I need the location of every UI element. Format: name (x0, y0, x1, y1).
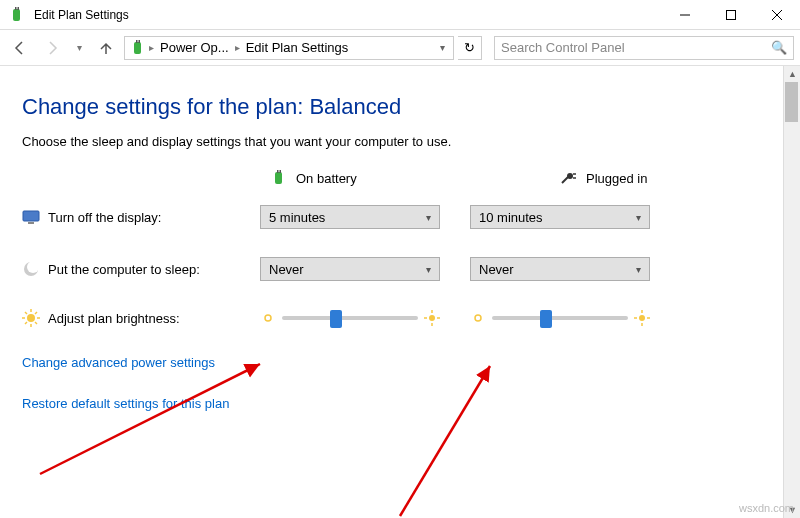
breadcrumb-item[interactable]: Edit Plan Settings (242, 40, 353, 55)
svg-line-25 (25, 312, 27, 314)
sun-dim-icon (470, 310, 486, 326)
annotation-arrow (30, 354, 280, 484)
battery-icon (270, 169, 288, 187)
restore-defaults-link[interactable]: Restore default settings for this plan (22, 396, 778, 411)
svg-point-20 (27, 314, 35, 322)
svg-line-28 (25, 322, 27, 324)
svg-line-42 (400, 366, 490, 516)
up-button[interactable] (92, 34, 120, 62)
annotation-arrow (380, 356, 520, 518)
monitor-icon (22, 208, 40, 226)
row-label-brightness: Adjust plan brightness: (48, 311, 180, 326)
svg-point-29 (265, 315, 271, 321)
page-title: Change settings for the plan: Balanced (22, 94, 778, 120)
sleep-battery-select[interactable]: Never▾ (260, 257, 440, 281)
scrollbar[interactable]: ▲ ▼ (783, 66, 800, 518)
moon-icon (22, 260, 40, 278)
sun-bright-icon (634, 310, 650, 326)
window-title: Edit Plan Settings (34, 8, 662, 22)
search-placeholder: Search Control Panel (501, 40, 625, 55)
address-bar[interactable]: ▸ Power Op... ▸ Edit Plan Settings ▾ (124, 36, 454, 60)
row-label-sleep: Put the computer to sleep: (48, 262, 200, 277)
advanced-settings-link[interactable]: Change advanced power settings (22, 355, 778, 370)
page-subtext: Choose the sleep and display settings th… (22, 134, 778, 149)
display-battery-select[interactable]: 5 minutes▾ (260, 205, 440, 229)
svg-rect-10 (275, 172, 282, 184)
column-header-plugged: Plugged in (586, 171, 647, 186)
address-dropdown[interactable]: ▾ (436, 42, 449, 53)
back-button[interactable] (6, 34, 34, 62)
svg-line-41 (40, 364, 260, 474)
scroll-thumb[interactable] (785, 82, 798, 122)
display-plugged-select[interactable]: 10 minutes▾ (470, 205, 650, 229)
svg-rect-16 (23, 211, 39, 221)
sun-dim-icon (260, 310, 276, 326)
search-input[interactable]: Search Control Panel 🔍 (494, 36, 794, 60)
app-icon (8, 6, 26, 24)
column-header-battery: On battery (296, 171, 357, 186)
watermark: wsxdn.com (739, 502, 794, 514)
brightness-plugged-slider[interactable] (492, 316, 628, 320)
svg-line-27 (35, 312, 37, 314)
svg-rect-8 (136, 40, 138, 43)
close-button[interactable] (754, 0, 800, 30)
svg-rect-9 (139, 40, 141, 43)
breadcrumb-item[interactable]: Power Op... (156, 40, 233, 55)
brightness-battery-slider[interactable] (282, 316, 418, 320)
maximize-button[interactable] (708, 0, 754, 30)
refresh-button[interactable]: ↻ (458, 36, 482, 60)
forward-button[interactable] (38, 34, 66, 62)
scroll-up-button[interactable]: ▲ (784, 66, 800, 82)
power-icon (129, 39, 147, 57)
svg-rect-13 (567, 173, 573, 179)
search-icon: 🔍 (771, 40, 787, 55)
history-dropdown[interactable]: ▾ (70, 42, 88, 53)
svg-rect-12 (280, 170, 282, 173)
svg-point-35 (475, 315, 481, 321)
svg-point-36 (639, 315, 645, 321)
svg-rect-17 (28, 222, 34, 224)
brightness-icon (22, 309, 40, 327)
svg-rect-1 (15, 7, 17, 10)
svg-line-26 (35, 322, 37, 324)
minimize-button[interactable] (662, 0, 708, 30)
svg-rect-0 (13, 9, 20, 21)
svg-point-19 (27, 261, 39, 273)
svg-rect-11 (277, 170, 279, 173)
plug-icon (560, 169, 578, 187)
svg-rect-7 (134, 42, 141, 54)
svg-rect-2 (18, 7, 20, 10)
row-label-display: Turn off the display: (48, 210, 161, 225)
sleep-plugged-select[interactable]: Never▾ (470, 257, 650, 281)
svg-point-30 (429, 315, 435, 321)
sun-bright-icon (424, 310, 440, 326)
svg-rect-4 (727, 10, 736, 19)
